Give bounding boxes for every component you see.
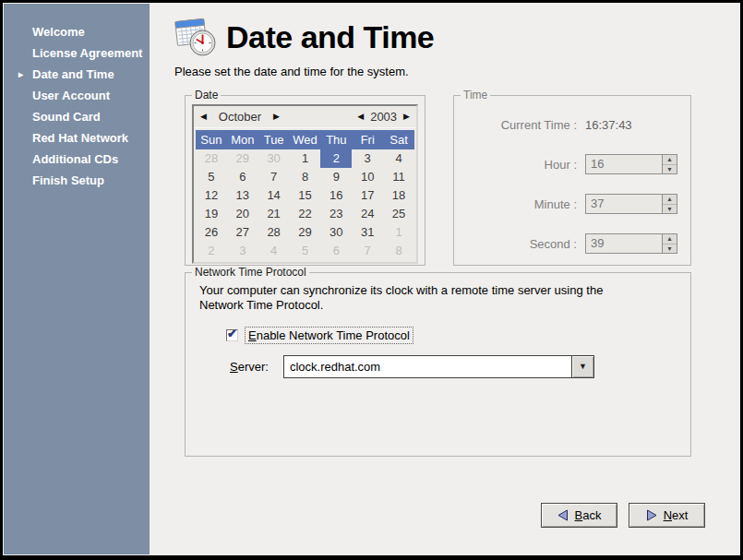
calendar-day[interactable]: 4 (258, 242, 290, 260)
server-label: Server: (230, 360, 269, 374)
calendar-day[interactable]: 12 (196, 186, 227, 205)
calendar-day[interactable]: 11 (383, 168, 414, 186)
page-title: Date and Time (226, 19, 434, 55)
next-year-button[interactable]: ▶ (403, 113, 410, 121)
sidebar-item-label: Finish Setup (32, 173, 104, 187)
calendar-day[interactable]: 27 (227, 223, 258, 242)
hour-spinbox[interactable]: 16 ▲ ▼ (585, 154, 677, 174)
calendar-weekday: Wed (290, 130, 321, 149)
ntp-group-legend: Network Time Protocol (192, 266, 309, 279)
calendar-day[interactable]: 6 (320, 242, 352, 260)
calendar-day[interactable]: 28 (196, 149, 227, 168)
minute-spinbox[interactable]: 37 ▲ ▼ (585, 194, 677, 214)
calendar-day[interactable]: 5 (196, 168, 227, 186)
second-value[interactable]: 39 (586, 234, 662, 253)
calendar-day[interactable]: 22 (290, 205, 321, 223)
minute-spin-up-button[interactable]: ▲ (663, 195, 677, 204)
calendar-day[interactable]: 4 (383, 149, 414, 168)
prev-month-button[interactable]: ◀ (200, 113, 207, 121)
sidebar-item-sound-card: Sound Card (4, 106, 150, 127)
back-button[interactable]: Back (541, 503, 617, 528)
calendar-day[interactable]: 8 (383, 242, 414, 260)
calendar-day[interactable]: 10 (352, 168, 383, 186)
minute-value[interactable]: 37 (586, 195, 662, 213)
calendar-day[interactable]: 31 (352, 223, 383, 242)
calendar-day[interactable]: 3 (352, 149, 383, 168)
calendar-day[interactable]: 26 (196, 223, 227, 242)
calendar-day[interactable]: 28 (258, 223, 290, 242)
calendar-day[interactable]: 1 (383, 223, 414, 242)
calendar-day[interactable]: 18 (383, 186, 414, 205)
calendar-day[interactable]: 13 (227, 186, 258, 205)
calendar-day[interactable]: 7 (352, 242, 383, 260)
hour-spin-up-button[interactable]: ▲ (663, 155, 677, 164)
minute-label: Minute : (534, 197, 577, 211)
sidebar-item-label: License Agreement (32, 46, 142, 60)
current-time-label: Current Time : (501, 118, 577, 132)
sidebar-item-label: Additional CDs (32, 152, 118, 166)
next-button[interactable]: Next (629, 503, 705, 528)
calendar-day[interactable]: 3 (227, 242, 258, 260)
calendar-day[interactable]: 8 (290, 168, 321, 186)
second-spin-down-button[interactable]: ▼ (663, 244, 677, 254)
time-group: Time Current Time : 16:37:43 Hour : 16 ▲ (453, 89, 691, 266)
server-dropdown-button[interactable]: ▼ (571, 355, 594, 378)
calendar-day[interactable]: 20 (227, 205, 258, 223)
content: Date ◀ October ▶ ◀ 2003 ▶ SunMonTueWedTh… (185, 89, 691, 457)
date-time-icon (173, 17, 217, 58)
minute-spin-down-button[interactable]: ▼ (663, 204, 677, 214)
calendar-day[interactable]: 19 (196, 205, 227, 223)
prev-year-button[interactable]: ◀ (357, 113, 364, 121)
calendar-day[interactable]: 17 (352, 186, 383, 205)
calendar-day[interactable]: 30 (258, 149, 290, 168)
sidebar-item-date-and-time: ▸ Date and Time (4, 64, 150, 85)
sidebar-item-label: User Account (32, 89, 110, 102)
calendar-day[interactable]: 21 (258, 205, 290, 223)
calendar-weekday: Sun (196, 130, 227, 149)
enable-ntp-row: ✔ Enable Network Time Protocol (226, 327, 685, 344)
calendar-day[interactable]: 1 (290, 149, 321, 168)
next-month-button[interactable]: ▶ (273, 113, 280, 121)
calendar-day[interactable]: 29 (227, 149, 258, 168)
calendar-weekday: Sat (383, 130, 414, 149)
calendar-day[interactable]: 16 (320, 186, 352, 205)
next-arrow-icon (646, 509, 657, 521)
sidebar-item-label: Red Hat Network (32, 131, 128, 145)
current-time-row: Current Time : 16:37:43 (460, 114, 677, 135)
date-group-legend: Date (192, 89, 221, 101)
calendar-day[interactable]: 2 (196, 242, 227, 260)
time-group-legend: Time (461, 89, 490, 101)
ntp-description: Your computer can synchronize its clock … (199, 283, 617, 313)
server-input[interactable] (283, 355, 571, 378)
second-label: Second : (530, 237, 577, 251)
second-spin-up-button[interactable]: ▲ (663, 234, 677, 244)
sidebar-item-label: Date and Time (32, 67, 114, 81)
hour-value[interactable]: 16 (586, 155, 662, 173)
hour-spin-down-button[interactable]: ▼ (663, 164, 677, 174)
check-icon: ✔ (227, 327, 237, 340)
enable-ntp-label[interactable]: Enable Network Time Protocol (245, 327, 413, 344)
hour-label: Hour : (545, 158, 577, 172)
calendar-day[interactable]: 23 (320, 205, 352, 223)
calendar-day[interactable]: 15 (290, 186, 321, 205)
calendar-day[interactable]: 25 (383, 205, 414, 223)
calendar-day[interactable]: 6 (227, 168, 258, 186)
sidebar-item-license-agreement: License Agreement (4, 42, 150, 64)
calendar-day-selected[interactable]: 2 (320, 149, 352, 168)
minute-row: Minute : 37 ▲ ▼ (460, 194, 677, 214)
chevron-down-icon: ▼ (579, 363, 587, 371)
calendar-day[interactable]: 24 (352, 205, 383, 223)
sidebar-item-user-account: User Account (4, 85, 150, 106)
active-step-arrow-icon: ▸ (18, 64, 23, 85)
calendar-day[interactable]: 5 (290, 242, 321, 260)
enable-ntp-checkbox[interactable]: ✔ (226, 329, 238, 341)
calendar-day[interactable]: 9 (320, 168, 352, 186)
calendar-day[interactable]: 7 (258, 168, 290, 186)
calendar-day[interactable]: 14 (258, 186, 290, 205)
calendar-weekday: Tue (258, 130, 290, 149)
second-spinbox[interactable]: 39 ▲ ▼ (585, 233, 677, 254)
calendar-day[interactable]: 29 (290, 223, 321, 242)
sidebar-item-label: Sound Card (32, 110, 101, 124)
calendar-day[interactable]: 30 (320, 223, 352, 242)
second-row: Second : 39 ▲ ▼ (460, 233, 677, 254)
